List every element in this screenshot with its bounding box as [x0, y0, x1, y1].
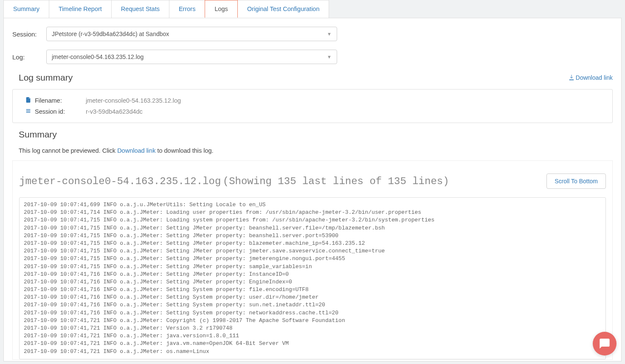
summary-title: Summary	[19, 129, 606, 140]
session-label: Session:	[12, 31, 46, 38]
list-icon	[25, 108, 35, 115]
log-row: Log: jmeter-console0-54.163.235.12.log ▼	[12, 50, 613, 64]
chat-widget[interactable]	[593, 332, 617, 356]
summary-download-link[interactable]: Download link	[117, 147, 155, 154]
download-icon	[569, 75, 574, 81]
log-meta: (Showing 135 last lines of 135 lines)	[223, 176, 449, 187]
chevron-down-icon: ▼	[327, 31, 332, 36]
sessionid-row: Session id: r-v3-59db4a623d4dc	[25, 108, 600, 115]
log-summary-header: Log summary Download link	[19, 73, 613, 83]
session-select[interactable]: JPetstore (r-v3-59db4a623d4dc) at Sandbo…	[46, 27, 337, 41]
tab-bar: Summary Timeline Report Request Stats Er…	[3, 0, 625, 18]
tab-timeline-report[interactable]: Timeline Report	[49, 0, 112, 18]
summary-text: This log cannot be previewed. Click Down…	[19, 147, 606, 154]
log-filename: jmeter-console0-54.163.235.12.log	[19, 176, 221, 187]
scroll-to-bottom-button[interactable]: Scroll To Bottom	[546, 174, 606, 189]
chevron-down-icon: ▼	[327, 54, 332, 59]
tab-original-config[interactable]: Original Test Configuration	[237, 0, 329, 18]
log-summary-title: Log summary	[19, 73, 73, 83]
tab-summary[interactable]: Summary	[3, 0, 49, 18]
log-view-header: jmeter-console0-54.163.235.12.log (Showi…	[19, 174, 606, 189]
log-select[interactable]: jmeter-console0-54.163.235.12.log ▼	[46, 50, 337, 64]
tab-errors[interactable]: Errors	[169, 0, 205, 18]
session-row: Session: JPetstore (r-v3-59db4a623d4dc) …	[12, 27, 613, 41]
content: Session: JPetstore (r-v3-59db4a623d4dc) …	[3, 18, 622, 361]
log-view: jmeter-console0-54.163.235.12.log (Showi…	[12, 161, 613, 360]
filename-row: Filename: jmeter-console0-54.163.235.12.…	[25, 97, 600, 104]
summary-box: Summary This log cannot be previewed. Cl…	[12, 123, 613, 161]
log-content[interactable]: 2017-10-09 10:07:41,699 INFO o.a.j.u.JMe…	[19, 197, 606, 359]
log-text: 2017-10-09 10:07:41,699 INFO o.a.j.u.JMe…	[24, 201, 601, 356]
sessionid-label: Session id:	[35, 108, 86, 115]
sessionid-value: r-v3-59db4a623d4dc	[86, 108, 143, 115]
log-label: Log:	[12, 53, 46, 61]
download-link[interactable]: Download link	[569, 74, 613, 81]
filename-label: Filename:	[35, 97, 86, 104]
log-value: jmeter-console0-54.163.235.12.log	[52, 53, 144, 60]
file-icon	[25, 97, 35, 104]
chat-icon	[599, 338, 611, 350]
filename-value: jmeter-console0-54.163.235.12.log	[86, 97, 181, 104]
log-info-box: Filename: jmeter-console0-54.163.235.12.…	[12, 89, 613, 123]
session-value: JPetstore (r-v3-59db4a623d4dc) at Sandbo…	[52, 31, 169, 37]
tab-request-stats[interactable]: Request Stats	[111, 0, 169, 18]
tab-logs[interactable]: Logs	[205, 0, 237, 18]
